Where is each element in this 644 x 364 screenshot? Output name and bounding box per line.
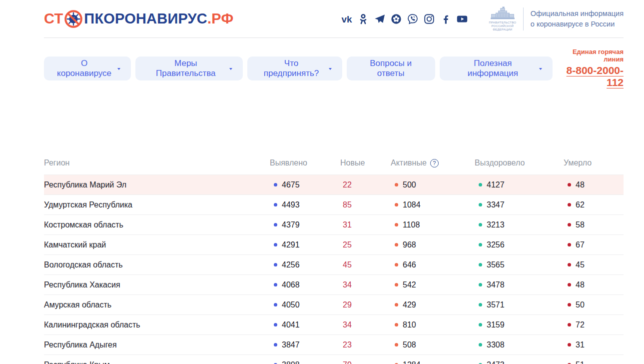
region-name: Калининградская область bbox=[44, 320, 270, 330]
died-dot-icon bbox=[568, 203, 571, 206]
chevron-down-icon bbox=[539, 68, 542, 70]
died-value: 50 bbox=[576, 300, 585, 310]
instagram-icon[interactable] bbox=[423, 13, 435, 25]
vertical-divider bbox=[523, 8, 524, 30]
active-cell: 968 bbox=[391, 240, 475, 250]
official-info-line2: о коронавирусе в России bbox=[531, 19, 624, 30]
column-header-active-label: Активные bbox=[391, 158, 427, 168]
new-cases-cell: 45 bbox=[340, 260, 391, 270]
died-cell: 48 bbox=[564, 180, 624, 190]
hotline-phone-link[interactable]: 8-800-2000-112 bbox=[567, 64, 624, 88]
site-logo-link[interactable]: СТ ПКОРОНАВИРУС bbox=[44, 10, 233, 28]
nav-item-questions-answers[interactable]: Вопросы и ответы bbox=[347, 56, 435, 80]
died-dot-icon bbox=[568, 303, 571, 306]
table-row[interactable]: Республика Марий Эл 4675 22 500 4127 48 bbox=[44, 175, 624, 195]
table-row[interactable]: Вологодская область 4256 45 646 3565 45 bbox=[44, 255, 624, 275]
recovered-cell: 4127 bbox=[475, 180, 564, 190]
icq-icon[interactable] bbox=[390, 13, 402, 25]
recovered-value: 3159 bbox=[487, 320, 505, 330]
recovered-value: 2473 bbox=[487, 360, 505, 364]
detected-cell: 4068 bbox=[270, 280, 340, 290]
new-value: 25 bbox=[343, 240, 352, 249]
active-cell: 1284 bbox=[391, 360, 475, 364]
died-cell: 67 bbox=[564, 240, 624, 250]
nav-item-what-to-do[interactable]: Что предпринять? bbox=[247, 56, 342, 80]
died-dot-icon bbox=[568, 223, 571, 226]
telegram-icon[interactable] bbox=[374, 13, 386, 25]
died-dot-icon bbox=[568, 243, 571, 246]
recovered-dot-icon bbox=[479, 243, 482, 246]
youtube-icon[interactable] bbox=[456, 13, 468, 25]
table-row[interactable]: Калининградская область 4041 34 810 3159… bbox=[44, 315, 624, 335]
new-value: 23 bbox=[343, 340, 352, 349]
logo-text-rf: .РФ bbox=[207, 10, 233, 27]
table-row[interactable]: Республика Хакасия 4068 34 542 3478 48 bbox=[44, 275, 624, 295]
vk-icon[interactable]: vk bbox=[341, 13, 353, 25]
table-row[interactable]: Камчатский край 4291 25 968 3256 67 bbox=[44, 235, 624, 255]
recovered-value: 3213 bbox=[487, 220, 505, 230]
active-dot-icon bbox=[395, 283, 398, 286]
died-cell: 31 bbox=[564, 340, 624, 350]
recovered-dot-icon bbox=[479, 303, 482, 306]
recovered-value: 3308 bbox=[487, 340, 505, 350]
viber-icon[interactable] bbox=[407, 13, 419, 25]
recovered-dot-icon bbox=[479, 283, 482, 286]
nav-item-useful-info[interactable]: Полезная информация bbox=[440, 56, 553, 80]
new-cases-cell: 23 bbox=[340, 340, 391, 350]
region-name: Республика Адыгея bbox=[44, 340, 270, 350]
active-value: 1284 bbox=[403, 360, 421, 364]
recovered-dot-icon bbox=[479, 263, 482, 266]
detected-cell: 3808 bbox=[270, 360, 340, 364]
social-links: vk bbox=[341, 13, 468, 25]
recovered-dot-icon bbox=[479, 203, 482, 206]
nav-item-government-measures[interactable]: Меры Правительства bbox=[135, 56, 243, 80]
new-value: 34 bbox=[343, 320, 352, 329]
new-cases-cell: 85 bbox=[340, 200, 391, 210]
region-name: Удмуртская Республика bbox=[44, 200, 270, 210]
recovered-cell: 3571 bbox=[475, 300, 564, 310]
new-value: 34 bbox=[343, 280, 352, 289]
active-dot-icon bbox=[395, 203, 398, 206]
recovered-cell: 3159 bbox=[475, 320, 564, 330]
new-cases-cell: 25 bbox=[340, 240, 391, 250]
official-info-block: ПРАВИТЕЛЬСТВО РОССИЙСКОЙ ФЕДЕРАЦИИ Офици… bbox=[489, 6, 624, 32]
died-dot-icon bbox=[568, 263, 571, 266]
regions-stats-table: Регион Выявлено Новые Активные ? Выздоро… bbox=[44, 158, 624, 364]
died-dot-icon bbox=[568, 323, 571, 326]
region-name: Вологодская область bbox=[44, 260, 270, 270]
table-row[interactable]: Костромская область 4379 31 1108 3213 58 bbox=[44, 215, 624, 235]
region-name: Республика Крым bbox=[44, 360, 270, 364]
facebook-icon[interactable] bbox=[440, 13, 452, 25]
main-nav-items: О коронавирусе Меры Правительства Что пр… bbox=[44, 56, 553, 80]
active-cell: 500 bbox=[391, 180, 475, 190]
table-row[interactable]: Амурская область 4050 29 429 3571 50 bbox=[44, 295, 624, 315]
region-name: Амурская область bbox=[44, 300, 270, 310]
new-cases-cell: 34 bbox=[340, 320, 391, 330]
logo-text-main: ПКОРОНАВИРУС bbox=[84, 10, 207, 27]
detected-dot-icon bbox=[274, 343, 277, 346]
official-info-line1: Официальная информация bbox=[531, 8, 624, 19]
died-cell: 51 bbox=[564, 360, 624, 364]
table-row[interactable]: Республика Крым 3808 79 1284 2473 51 bbox=[44, 355, 624, 364]
active-value: 1108 bbox=[403, 220, 420, 230]
active-cell: 810 bbox=[391, 320, 475, 330]
active-value: 646 bbox=[403, 260, 416, 270]
detected-value: 4256 bbox=[282, 260, 300, 270]
detected-value: 4379 bbox=[282, 220, 300, 230]
died-value: 67 bbox=[576, 240, 585, 250]
detected-value: 4041 bbox=[282, 320, 300, 330]
column-header-recovered: Выздоровело bbox=[475, 158, 564, 168]
page-container: СТ ПКОРОНАВИРУС bbox=[44, 0, 624, 364]
region-name: Республика Хакасия bbox=[44, 280, 270, 290]
table-row[interactable]: Удмуртская Республика 4493 85 1084 3347 … bbox=[44, 195, 624, 215]
detected-value: 4068 bbox=[282, 280, 300, 290]
nav-item-about-coronavirus[interactable]: О коронавирусе bbox=[44, 56, 131, 80]
active-value: 429 bbox=[403, 300, 416, 310]
new-value: 22 bbox=[343, 180, 352, 189]
new-value: 31 bbox=[343, 220, 352, 229]
odnoklassniki-icon[interactable] bbox=[357, 13, 369, 25]
help-question-icon[interactable]: ? bbox=[430, 159, 439, 168]
table-row[interactable]: Республика Адыгея 3847 23 508 3308 31 bbox=[44, 335, 624, 355]
active-cell: 1084 bbox=[391, 200, 475, 210]
recovered-cell: 3565 bbox=[475, 260, 564, 270]
